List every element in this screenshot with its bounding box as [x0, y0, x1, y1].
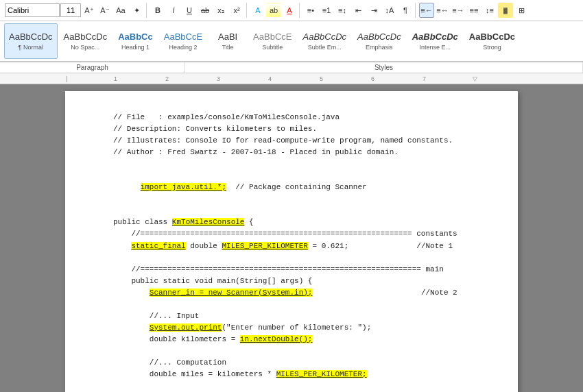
code-line-16: //... Input — [113, 310, 470, 322]
scanner-in-highlight: Scanner_in = new Scanner(System.in); — [150, 289, 313, 297]
style-intense-em[interactable]: AaBbCcDc Intense E... — [407, 23, 463, 59]
style-normal-preview: AaBbCcDc — [9, 32, 53, 42]
style-intense-em-preview: AaBbCcDc — [412, 32, 458, 42]
code-line-2: // Description: Converts kilometers to m… — [113, 123, 470, 135]
styles-ribbon: AaBbCcDc ¶ Normal AaBbCcDc No Spac... Aa… — [0, 21, 583, 62]
code-line-8: public class KmToMilesConsole { — [113, 217, 470, 228]
multilevel-button[interactable]: ≡↕ — [335, 3, 350, 18]
style-emphasis-preview: AaBbCcDc — [357, 32, 401, 42]
justify-button[interactable]: ≡≡ — [466, 3, 481, 18]
superscript-button[interactable]: x² — [229, 3, 244, 18]
ruler-mark-7: 7 — [423, 75, 426, 82]
ruler-mark-1: 1 — [114, 75, 117, 82]
style-heading2-preview: AaBbCcE — [164, 32, 202, 42]
font-name-input[interactable] — [5, 3, 60, 17]
style-subtitle-preview: AaBbCcE — [253, 32, 292, 42]
change-case-button[interactable]: Aa — [113, 3, 128, 18]
align-group: ≡← ≡↔ ≡→ ≡≡ ↕≡ ▓ ⊞ — [417, 3, 531, 18]
code-line-6: import java.util.*; // Package containin… — [113, 170, 470, 205]
subscript-button[interactable]: x₂ — [213, 3, 228, 18]
style-emphasis-label: Emphasis — [366, 44, 393, 51]
style-no-space-label: No Spac... — [71, 44, 99, 51]
style-normal-label: ¶ Normal — [19, 44, 43, 51]
code-line-4: // Author : Fred Swartz - 2007-01-18 - P… — [113, 147, 470, 158]
classname-highlight: KmToMilesConsole — [172, 218, 245, 226]
ruler-mark-4: 4 — [268, 75, 272, 82]
style-title[interactable]: AaBI Title — [209, 23, 247, 59]
paragraph-section-label: Paragraph — [0, 62, 185, 73]
code-line-20: //... Computation — [113, 357, 470, 369]
align-left-button[interactable]: ≡← — [419, 3, 434, 18]
grow-font-button[interactable]: A⁺ — [82, 3, 97, 18]
miles-per-km-highlight: MILES_PER_KILOMETER — [222, 242, 307, 250]
toolbar: A⁺ A⁻ Aa ✦ B I U ab x₂ x² A ab A ≡• ≡1 ≡… — [0, 0, 583, 21]
font-size-input[interactable] — [60, 3, 81, 17]
code-line-22 — [113, 380, 470, 392]
ruler-mark-0: | — [66, 75, 67, 82]
decrease-indent-button[interactable]: ⇤ — [350, 3, 366, 18]
style-subtle-em-label: Subtle Em... — [308, 44, 342, 51]
shading-button[interactable]: ▓ — [498, 3, 513, 18]
code-line-1: // File : examples/console/KmToMilesCons… — [113, 112, 470, 123]
style-heading2-label: Heading 2 — [169, 44, 197, 51]
style-intense-em-label: Intense E... — [419, 44, 451, 51]
paragraph-format-group: ≡• ≡1 ≡↕ ⇤ ⇥ ↕A ¶ — [301, 3, 416, 18]
align-center-button[interactable]: ≡↔ — [435, 3, 450, 18]
line-spacing-button[interactable]: ↕≡ — [482, 3, 497, 18]
ruler-mark-6: 6 — [371, 75, 374, 82]
code-line-12: //======================================… — [113, 264, 470, 275]
miles-per-km2-highlight: MILES_PER_KILOMETER; — [276, 370, 367, 378]
code-line-18: double kilometers = in.nextDouble(); — [113, 334, 470, 345]
style-emphasis[interactable]: AaBbCcDc Emphasis — [353, 23, 406, 59]
style-heading1-preview: AaBbCc — [118, 32, 153, 42]
show-para-button[interactable]: ¶ — [398, 3, 413, 18]
sort-button[interactable]: ↕A — [382, 3, 397, 18]
bold-button[interactable]: B — [150, 3, 165, 18]
ruler-mark-3: 3 — [217, 75, 220, 82]
code-line-9: //======================================… — [113, 228, 470, 240]
next-double-highlight: in.nextDouble(); — [240, 335, 313, 343]
style-heading1[interactable]: AaBbCc Heading 1 — [113, 23, 158, 59]
style-strong-label: Strong — [483, 44, 501, 51]
text-effects-button[interactable]: A — [250, 3, 265, 18]
ruler: | 1 2 3 4 5 6 7 ▽ — [0, 73, 583, 84]
code-line-17: System.out.print("Enter number of kilome… — [113, 322, 470, 334]
italic-button[interactable]: I — [166, 3, 181, 18]
style-subtitle-label: Subtitle — [262, 44, 283, 51]
code-line-15 — [113, 299, 470, 310]
style-subtle-em-preview: AaBbCcDc — [302, 32, 346, 42]
numbering-button[interactable]: ≡1 — [319, 3, 334, 18]
style-no-space[interactable]: AaBbCcDc No Spac... — [59, 23, 112, 59]
font-color-button[interactable]: A — [282, 3, 297, 18]
code-line-19 — [113, 345, 470, 357]
style-normal[interactable]: AaBbCcDc ¶ Normal — [4, 23, 58, 59]
clear-format-button[interactable]: ✦ — [129, 3, 144, 18]
borders-button[interactable]: ⊞ — [514, 3, 529, 18]
style-no-space-preview: AaBbCcDc — [64, 32, 108, 42]
style-subtitle[interactable]: AaBbCcE Subtitle — [248, 23, 296, 59]
section-labels: Paragraph Styles — [0, 62, 583, 73]
ruler-inner: | 1 2 3 4 5 6 7 ▽ — [4, 73, 579, 84]
import-highlight: import java.util.*; — [141, 183, 226, 191]
style-strong[interactable]: AaBbCcDc Strong — [464, 23, 520, 59]
code-line-7 — [113, 205, 470, 217]
static-final-highlight: static_final — [131, 242, 185, 250]
code-line-21: double miles = kilometers * MILES_PER_KI… — [113, 369, 470, 380]
underline-button[interactable]: U — [182, 3, 197, 18]
align-right-button[interactable]: ≡→ — [451, 3, 466, 18]
style-subtle-em[interactable]: AaBbCcDc Subtle Em... — [298, 23, 351, 59]
highlight-button[interactable]: ab — [266, 3, 281, 18]
bullets-button[interactable]: ≡• — [303, 3, 318, 18]
code-line-13: public static void main(String[] args) { — [113, 275, 470, 287]
document-area[interactable]: // File : examples/console/KmToMilesCons… — [0, 84, 583, 392]
code-line-10: static_final double MILES_PER_KILOMETER … — [113, 241, 470, 252]
sysout-print-highlight: System.out.print — [150, 323, 222, 332]
format-group: B I U ab x₂ x² — [148, 3, 247, 18]
increase-indent-button[interactable]: ⇥ — [366, 3, 381, 18]
code-line-3: // Illustrates: Console IO for read-comp… — [113, 135, 470, 147]
style-heading2[interactable]: AaBbCcE Heading 2 — [159, 23, 207, 59]
effects-group: A ab A — [248, 3, 300, 18]
strikethrough-button[interactable]: ab — [198, 3, 213, 18]
document-page[interactable]: // File : examples/console/KmToMilesCons… — [65, 91, 518, 392]
shrink-font-button[interactable]: A⁻ — [97, 3, 112, 18]
